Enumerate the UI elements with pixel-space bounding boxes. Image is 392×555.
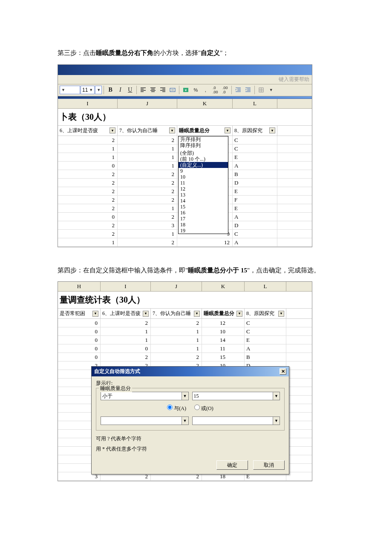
column-header[interactable]: L [233,99,277,108]
borders-button[interactable] [257,85,266,95]
dropdown-item[interactable]: 17 [179,216,228,222]
table-cell[interactable]: 2 [118,136,177,144]
filter-dropdown-button[interactable]: ▼ [194,311,200,317]
dropdown-item[interactable]: 14 [179,198,228,204]
font-size-combo[interactable]: 11▼ [81,86,95,94]
column-header[interactable]: K [202,282,245,291]
table-cell[interactable]: 3 [118,221,177,229]
table-cell[interactable]: 1 [118,204,177,212]
table-cell[interactable]: E [233,187,277,195]
underline-button[interactable]: U [125,85,135,95]
table-cell[interactable]: 1 [58,238,118,246]
column-header[interactable]: H [58,282,101,291]
align-center-button[interactable] [148,85,158,95]
table-cell[interactable]: 12 [202,319,245,327]
help-prompt[interactable]: 键入需要帮助 [279,76,309,83]
ok-button[interactable]: 确定 [216,460,248,470]
table-cell[interactable]: C [233,136,277,144]
filter-dropdown-button[interactable]: ▼ [92,311,98,317]
table-cell[interactable]: A [245,344,286,353]
toolbar-chevron-icon[interactable]: ▼ [266,85,276,95]
filter-dropdown-button[interactable]: ▼ [278,311,284,317]
table-cell[interactable]: 15 [202,353,245,361]
table-cell[interactable]: C [233,230,277,238]
increase-decimal-button[interactable]: .0.00 [210,85,220,95]
table-cell[interactable]: 2 [58,204,118,212]
dropdown-item[interactable]: 升序排列 [179,136,228,142]
table-cell[interactable]: 2 [101,319,151,327]
currency-button[interactable]: ¥ [181,85,190,95]
bold-button[interactable]: B [106,85,115,95]
table-cell[interactable]: 2 [58,187,118,195]
dropdown-item[interactable]: (前 10 个...) [179,156,228,162]
table-cell[interactable]: 0 [58,327,101,335]
table-cell[interactable]: 1 [58,153,118,161]
dropdown-item[interactable]: 16 [179,210,228,216]
close-button[interactable]: ✕ [280,368,286,375]
table-cell[interactable]: D [233,179,277,187]
table-cell[interactable]: 10 [202,327,245,335]
table-cell[interactable]: 2 [58,221,118,229]
table-cell[interactable]: 2 [118,179,177,187]
table-cell[interactable]: 2 [151,353,202,361]
table-cell[interactable]: 2 [151,319,202,327]
filter-dropdown-list[interactable]: 升序排列降序排列(全部)(前 10 个...)(自定义...)910111213… [178,136,228,234]
table-cell[interactable]: 1 [101,327,151,335]
table-cell[interactable]: 0 [58,336,101,344]
dropdown-item[interactable]: 19 [179,228,228,234]
table-cell[interactable]: F [233,196,277,204]
table-cell[interactable]: 1 [151,344,202,353]
increase-indent-button[interactable] [243,85,253,95]
column-header[interactable]: J [151,282,202,291]
table-cell[interactable]: 2 [58,230,118,238]
table-cell[interactable]: 0 [58,353,101,361]
dropdown-item[interactable]: 10 [179,174,228,180]
font-size-chev[interactable]: ▼ [95,86,102,94]
table-cell[interactable]: 2 [58,170,118,178]
table-cell[interactable]: 2 [58,136,118,144]
operator-2-combo[interactable]: ▼ [101,416,189,425]
table-cell[interactable]: B [245,353,286,361]
dropdown-item[interactable]: 18 [179,222,228,228]
table-cell[interactable]: 1 [101,336,151,344]
decrease-indent-button[interactable] [233,85,243,95]
filter-dropdown-button[interactable]: ▼ [269,127,275,133]
table-cell[interactable]: E [233,153,277,161]
table-cell[interactable]: B [233,170,277,178]
column-header[interactable]: L [245,282,286,291]
table-cell[interactable]: 2 [118,238,177,246]
table-cell[interactable]: 11 [202,344,245,353]
table-cell[interactable]: 1 [151,336,202,344]
filter-dropdown-button[interactable]: ▼ [225,127,231,133]
column-header[interactable]: I [101,282,151,291]
table-cell[interactable]: D [233,221,277,229]
table-cell[interactable]: 1 [118,230,177,238]
italic-button[interactable]: I [115,85,125,95]
table-cell[interactable]: 14 [202,336,245,344]
column-header[interactable]: J [118,99,177,108]
table-cell[interactable]: 2 [118,170,177,178]
merge-cells-button[interactable] [168,85,177,95]
table-cell[interactable]: 2 [118,213,177,221]
filter-dropdown-button[interactable]: ▼ [143,311,149,317]
comma-button[interactable]: , [201,85,210,95]
table-cell[interactable]: E [245,336,286,344]
align-left-button[interactable] [138,85,148,95]
dropdown-item[interactable]: 13 [179,192,228,198]
table-cell[interactable]: A [233,162,277,170]
dropdown-item[interactable]: (自定义...) [179,162,228,168]
table-cell[interactable]: 1 [58,145,118,153]
and-radio[interactable]: 与(A) [167,405,186,411]
table-cell[interactable]: 0 [58,344,101,353]
dropdown-item[interactable]: 11 [179,180,228,186]
or-radio[interactable]: 或(O) [194,405,213,411]
filter-dropdown-button[interactable]: ▼ [169,127,175,133]
table-cell[interactable]: E [233,204,277,212]
table-cell[interactable]: 12 [177,238,233,246]
table-cell[interactable]: 2 [118,196,177,204]
value-1-combo[interactable]: 15▼ [192,392,280,400]
table-cell[interactable]: 0 [58,319,101,327]
table-cell[interactable]: C [245,319,286,327]
dropdown-item[interactable]: 降序排列 [179,142,228,148]
value-2-combo[interactable]: ▼ [192,416,280,425]
